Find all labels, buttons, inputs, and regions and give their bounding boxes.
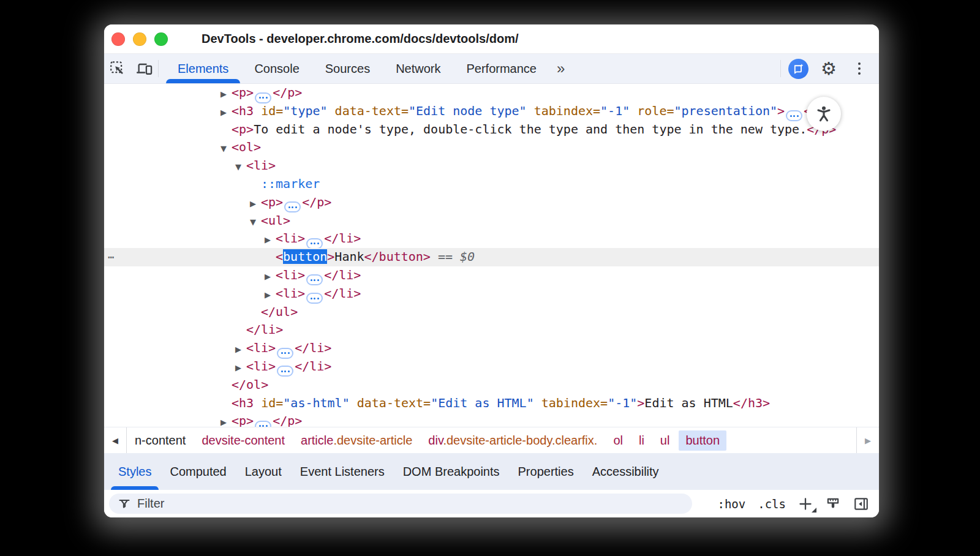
sidebar-tab-event-listeners[interactable]: Event Listeners <box>291 453 394 490</box>
minimize-window-button[interactable] <box>133 32 146 46</box>
dom-tree-row[interactable]: ▶<li></li> <box>104 230 879 248</box>
breadcrumb-item-devsite-content[interactable]: devsite-content <box>202 434 285 448</box>
sidebar-tab-dom-breakpoints[interactable]: DOM Breakpoints <box>394 453 509 490</box>
row-options-dots-icon[interactable]: ⋯ <box>108 248 115 266</box>
sidebar-pane-tabs: StylesComputedLayoutEvent ListenersDOM B… <box>104 453 879 490</box>
expand-arrow-icon[interactable]: ▶ <box>221 103 232 122</box>
breadcrumb-item-n-content[interactable]: n-content <box>135 434 186 448</box>
ellipsis-expand-icon[interactable] <box>306 274 323 285</box>
expand-arrow-icon[interactable]: ▶ <box>265 268 276 286</box>
expand-arrow-icon[interactable]: ▶ <box>235 359 246 377</box>
dom-token-val: "-1" <box>608 396 637 410</box>
dom-token-tag: </li> <box>324 286 361 301</box>
inspect-icon[interactable] <box>104 54 131 83</box>
expand-arrow-icon[interactable]: ▶ <box>221 85 232 103</box>
dom-tree-row[interactable]: <p>To edit a node's type, double-click t… <box>104 121 879 139</box>
dom-token-tag: </p> <box>273 85 302 100</box>
dom-tree-row[interactable]: </ol> <box>104 376 879 394</box>
more-options-kebab-icon[interactable] <box>846 59 873 79</box>
dom-tree-row[interactable]: ▶<li></li> <box>104 339 879 358</box>
ellipsis-expand-icon[interactable] <box>255 92 271 103</box>
dom-token-attr: id= <box>254 103 283 118</box>
zoom-window-button[interactable] <box>154 32 168 46</box>
collapse-arrow-icon[interactable]: ▼ <box>250 213 261 231</box>
breadcrumb-item-ol[interactable]: ol <box>613 434 623 448</box>
breadcrumb-item-li[interactable]: li <box>639 434 644 448</box>
rendering-brush-icon[interactable] <box>825 496 841 512</box>
dom-tree-row[interactable]: ▶<p></p> <box>104 193 879 212</box>
expand-arrow-icon[interactable]: ▶ <box>265 286 276 304</box>
element-classes-button[interactable]: .cls <box>758 497 786 511</box>
dom-token-attr: tabindex= <box>527 103 600 118</box>
tab-sources[interactable]: Sources <box>312 54 383 83</box>
ellipsis-expand-icon[interactable] <box>277 366 293 377</box>
dom-token-tag: <h3 <box>232 396 254 410</box>
dom-token-tag: <li> <box>246 340 276 355</box>
expand-arrow-icon[interactable]: ▶ <box>235 340 246 359</box>
sidebar-tab-properties[interactable]: Properties <box>509 453 583 490</box>
sidebar-tab-layout[interactable]: Layout <box>236 453 291 490</box>
tab-console[interactable]: Console <box>241 54 312 83</box>
ellipsis-expand-icon[interactable] <box>255 421 271 427</box>
dom-tree-row[interactable]: ▼<li> <box>104 157 879 175</box>
breadcrumb-part-class: .devsite-article-body.clearfix. <box>443 434 597 447</box>
ellipsis-expand-icon[interactable] <box>277 348 293 359</box>
collapse-arrow-icon[interactable]: ▼ <box>221 140 232 158</box>
expand-arrow-icon[interactable]: ▶ <box>265 231 276 249</box>
dom-tree-row[interactable]: ▼<ol> <box>104 138 879 157</box>
ellipsis-expand-icon[interactable] <box>284 201 301 212</box>
dom-token-tag: </li> <box>324 268 361 282</box>
dom-tree-row[interactable]: <h3 id="as-html" data-text="Edit as HTML… <box>104 394 879 413</box>
dom-token-tag: <li> <box>276 231 305 246</box>
tab-network[interactable]: Network <box>383 54 453 83</box>
dom-tree-row[interactable]: </ul> <box>104 303 879 321</box>
sidebar-tab-accessibility[interactable]: Accessibility <box>583 453 668 490</box>
settings-gear-icon[interactable]: ⚙ <box>815 60 842 78</box>
collapse-arrow-icon[interactable]: ▼ <box>235 158 246 176</box>
expand-arrow-icon[interactable]: ▶ <box>221 413 232 427</box>
breadcrumb-item-button[interactable]: button <box>679 430 726 451</box>
sidebar-tab-styles[interactable]: Styles <box>109 453 160 490</box>
ai-assistance-icon[interactable] <box>785 59 812 79</box>
dom-tree-row[interactable]: ▶<h3 id="type" data-text="Edit node type… <box>104 102 879 121</box>
breadcrumb-part-tag: li <box>639 434 644 447</box>
styles-filter-bar: :hov .cls <box>104 490 879 517</box>
device-toolbar-icon[interactable] <box>131 54 158 83</box>
toggle-element-state-button[interactable]: :hov <box>717 497 745 511</box>
dom-tree-row[interactable]: ▼<ul> <box>104 212 879 230</box>
ellipsis-expand-icon[interactable] <box>306 238 323 249</box>
new-style-rule-plus-icon[interactable] <box>798 497 813 511</box>
dom-tree-row[interactable]: ▶<p></p> <box>104 412 879 427</box>
toolbar-separator <box>780 60 781 77</box>
dom-token-tag: <p> <box>232 85 254 100</box>
toggle-sidebar-icon[interactable] <box>853 496 869 512</box>
dom-token-attr: data-text= <box>328 103 409 118</box>
breadcrumb-item-article[interactable]: article.devsite-article <box>301 434 412 448</box>
dom-tree-row[interactable]: ▶<p></p> <box>104 84 879 102</box>
filter-input[interactable] <box>137 497 664 511</box>
dom-tree-row[interactable]: ::marker <box>104 175 879 193</box>
breadcrumb-item-ul[interactable]: ul <box>660 434 670 448</box>
dom-token-attr: data-text= <box>350 396 431 410</box>
close-window-button[interactable] <box>111 32 125 46</box>
dom-token-tag: <p> <box>232 413 254 427</box>
ellipsis-expand-icon[interactable] <box>306 293 323 304</box>
dom-tree-row[interactable]: ▶<li></li> <box>104 285 879 303</box>
breadcrumb-scroll-right-button[interactable]: ▶ <box>856 427 879 453</box>
dom-tree-row[interactable]: </li> <box>104 321 879 339</box>
ellipsis-expand-icon[interactable] <box>786 110 802 121</box>
dom-tree-row[interactable]: ▶<li></li> <box>104 266 879 285</box>
dom-tree-row-selected[interactable]: ⋯<button>Hank</button> == $0 <box>104 248 879 266</box>
dom-token-tag: <ol> <box>232 140 261 154</box>
accessibility-person-icon[interactable] <box>807 97 841 131</box>
sidebar-tab-computed[interactable]: Computed <box>160 453 235 490</box>
breadcrumb-scroll-left-button[interactable]: ◀ <box>104 427 127 453</box>
style-filter-field[interactable] <box>109 494 692 514</box>
dom-tree-row[interactable]: ▶<li></li> <box>104 358 879 376</box>
expand-arrow-icon[interactable]: ▶ <box>250 195 261 213</box>
more-tabs-chevron-icon[interactable]: » <box>549 54 571 83</box>
dom-token-tag: </ol> <box>232 377 268 392</box>
tab-elements[interactable]: Elements <box>165 54 241 83</box>
breadcrumb-item-div[interactable]: div.devsite-article-body.clearfix. <box>428 434 597 448</box>
tab-performance[interactable]: Performance <box>454 54 550 83</box>
